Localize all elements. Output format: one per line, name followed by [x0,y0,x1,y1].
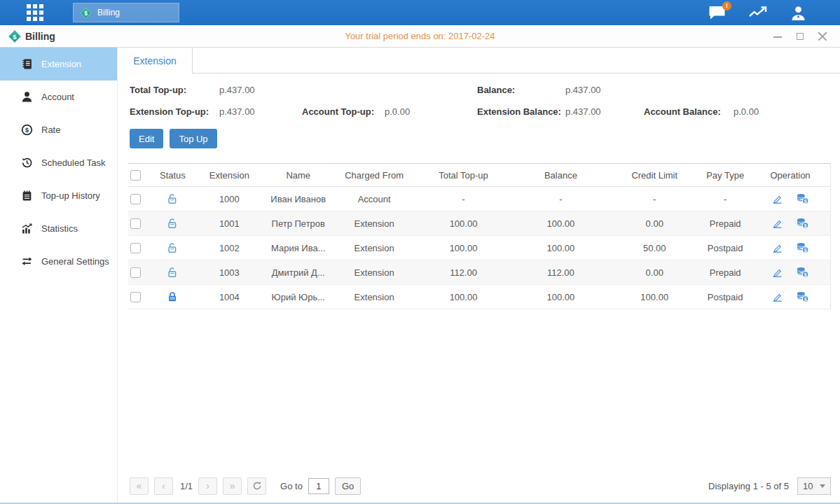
sidebar-item-topup-history[interactable]: Top-up History [0,179,117,212]
total-topup-cell: 112.00 [415,267,513,278]
notepad-icon [21,190,33,202]
credit-limit-cell: 0.00 [609,267,700,278]
svg-text:$: $ [804,297,807,302]
first-page-icon[interactable]: « [130,477,149,495]
last-page-icon[interactable]: » [223,477,242,495]
name-cell: Иван Иванов [263,194,334,204]
name-cell: Дмитрий Д... [263,267,334,278]
extension-cell: 1003 [196,267,263,278]
col-name: Name [263,170,334,181]
maximize-icon[interactable] [795,31,805,41]
row-checkbox[interactable] [130,243,141,253]
edit-icon[interactable] [771,218,783,229]
app-launcher-icon[interactable] [27,4,43,21]
taskbar-tab-billing[interactable]: $ Billing [73,3,179,22]
pay-type-cell: Postpaid [700,243,750,253]
extension-cell: 1001 [196,218,263,229]
page-size-select[interactable]: 10 [797,477,831,495]
row-checkbox[interactable] [130,292,141,302]
edit-icon[interactable] [771,193,783,204]
name-cell: Мария Ива... [263,243,334,253]
svg-text:$: $ [13,32,17,40]
content-panel: Extension Total Top-up:p.437.00 Balance:… [118,48,840,503]
sidebar-item-rate[interactable]: $ Rate [0,113,117,146]
user-icon[interactable] [790,6,806,20]
taskbar-tab-label: Billing [97,8,120,18]
select-all-checkbox[interactable] [130,170,141,181]
prev-page-icon[interactable]: ‹ [154,477,173,495]
trial-notice: Your trial period ends on: 2017-02-24 [0,31,840,41]
charged-from-cell: Extension [334,243,415,253]
table-row[interactable]: 1003 Дмитрий Д... Extension 112.00 112.0… [128,260,830,285]
row-checkbox[interactable] [130,194,141,204]
history-clock-icon [21,157,33,169]
minimize-icon[interactable] [773,31,783,41]
sidebar-item-label: Extension [41,59,81,69]
table-row[interactable]: 1002 Мария Ива... Extension 100.00 100.0… [128,236,830,260]
extension-balance-value: p.437.00 [565,106,644,117]
sidebar-item-extension[interactable]: Extension [0,48,117,80]
system-topbar: $ Billing ! [0,0,840,25]
balance-cell: 100.00 [512,218,609,229]
billing-window-icon: $ [8,30,21,43]
tab-extension[interactable]: Extension [118,48,193,74]
sidebar-item-account[interactable]: Account [0,80,117,113]
lock-open-icon [167,193,178,204]
credit-limit-cell: 100.00 [609,292,700,302]
toolbar: Edit Top Up [118,117,840,148]
table-row[interactable]: 1004 Юрий Юрь... Extension 100.00 100.00… [128,285,830,309]
balance-cell: - [512,194,609,204]
account-topup-label: Account Top-up: [302,106,385,117]
goto-label: Go to [280,481,303,491]
svg-text:$: $ [804,248,807,253]
row-checkbox[interactable] [130,218,141,229]
table-row[interactable]: 1000 Иван Иванов Account - - - - $ [128,187,830,211]
sidebar-item-scheduled-task[interactable]: Scheduled Task [0,146,117,179]
svg-text:$: $ [25,127,29,134]
extension-topup-label: Extension Top-up: [130,106,219,117]
svg-text:$: $ [804,272,807,278]
extension-topup-value: p.437.00 [219,106,302,117]
extension-cell: 1004 [196,292,263,302]
next-page-icon[interactable]: › [198,477,217,495]
chart-icon[interactable] [748,6,768,20]
sidebar-item-general-settings[interactable]: General Settings [0,245,117,278]
charged-from-cell: Extension [334,267,415,278]
go-button[interactable]: Go [335,477,361,495]
lock-open-icon [167,218,178,229]
col-status: Status [149,170,196,181]
edit-icon[interactable] [771,242,783,253]
top-up-icon[interactable]: $ [796,242,809,253]
pay-type-cell: - [700,194,750,204]
svg-text:$: $ [804,199,807,204]
message-icon[interactable]: ! [708,6,726,20]
sidebar-item-label: Top-up History [41,190,100,201]
svg-text:$: $ [804,223,807,229]
sidebar: Extension Account $ Rate Scheduled Task … [0,48,118,503]
row-checkbox[interactable] [130,267,141,278]
top-up-icon[interactable]: $ [796,218,809,229]
top-up-button[interactable]: Top Up [170,129,216,148]
table-row[interactable]: 1001 Петр Петров Extension 100.00 100.00… [128,211,830,236]
col-charged-from: Charged From [334,170,415,181]
edit-icon[interactable] [771,267,783,278]
billing-app-icon: $ [80,7,92,19]
refresh-icon[interactable] [247,477,266,495]
edit-icon[interactable] [771,291,783,302]
goto-page-input[interactable] [308,478,329,494]
close-icon[interactable] [818,31,827,41]
account-balance-value: p.0.00 [734,106,812,117]
sidebar-item-statistics[interactable]: Statistics [0,212,117,245]
total-topup-cell: - [415,194,513,204]
col-total-topup: Total Top-up [415,170,513,181]
col-credit-limit: Credit Limit [609,170,700,181]
notification-badge: ! [722,1,731,10]
balance-label: Balance: [477,85,565,95]
top-up-icon[interactable]: $ [796,267,809,278]
page-indicator: 1/1 [180,481,193,491]
window-title: Billing [25,31,55,42]
top-up-icon[interactable]: $ [796,193,809,204]
top-up-icon[interactable]: $ [796,291,809,302]
edit-button[interactable]: Edit [130,129,163,148]
sidebar-item-label: General Settings [41,256,109,267]
